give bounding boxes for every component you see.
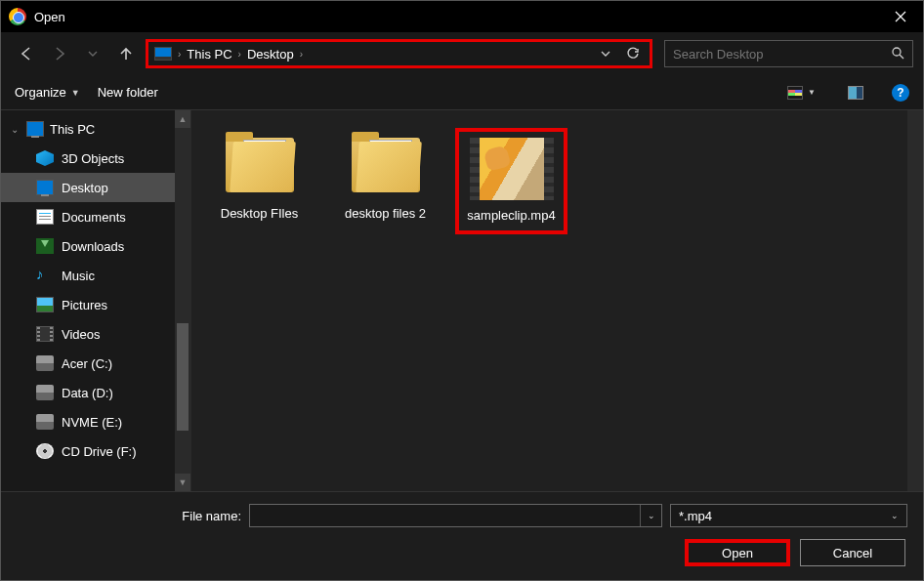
sidebar-item-this-pc[interactable]: ⌄ This PC bbox=[1, 114, 175, 144]
organize-menu[interactable]: Organize ▼ bbox=[15, 85, 80, 100]
address-dropdown[interactable] bbox=[595, 42, 616, 65]
chevron-right-icon: › bbox=[178, 49, 181, 60]
filename-label: File name: bbox=[17, 509, 241, 523]
sidebar-item-music[interactable]: ♪Music bbox=[1, 261, 175, 290]
cd-icon bbox=[36, 443, 54, 459]
help-button[interactable]: ? bbox=[892, 84, 909, 102]
file-sampleclip-mp4[interactable]: sampleclip.mp4 bbox=[455, 128, 567, 234]
file-type-filter[interactable]: *.mp4 ⌄ bbox=[670, 504, 907, 527]
cancel-button[interactable]: Cancel bbox=[800, 539, 905, 566]
sidebar-item-acer-c[interactable]: Acer (C:) bbox=[1, 349, 175, 378]
sidebar-item-desktop[interactable]: Desktop bbox=[1, 173, 175, 202]
preview-pane-button[interactable] bbox=[845, 82, 866, 104]
drive-icon bbox=[36, 385, 54, 400]
file-list[interactable]: Desktop FIles desktop files 2 sampleclip… bbox=[191, 110, 923, 491]
pictures-icon bbox=[36, 297, 54, 312]
folder-icon bbox=[222, 132, 298, 198]
sidebar-item-videos[interactable]: Videos bbox=[1, 319, 175, 349]
filename-input[interactable] bbox=[250, 505, 640, 526]
close-button[interactable] bbox=[878, 1, 923, 32]
sidebar-item-documents[interactable]: Documents bbox=[1, 202, 175, 231]
music-icon: ♪ bbox=[36, 268, 54, 283]
video-file-icon bbox=[470, 138, 554, 200]
address-bar[interactable]: › This PC › Desktop › bbox=[146, 39, 652, 68]
view-options-button[interactable] bbox=[784, 82, 806, 104]
chevron-down-icon: ⌄ bbox=[891, 511, 899, 520]
pc-icon bbox=[26, 121, 44, 137]
chevron-right-icon: › bbox=[300, 49, 303, 60]
drive-icon bbox=[36, 355, 54, 371]
breadcrumb-root[interactable]: This PC bbox=[187, 47, 231, 62]
download-icon bbox=[36, 238, 54, 254]
filename-dropdown[interactable]: ⌄ bbox=[640, 505, 661, 526]
collapse-icon[interactable]: ⌄ bbox=[11, 124, 21, 135]
up-button[interactable] bbox=[112, 40, 140, 67]
back-button[interactable] bbox=[13, 40, 40, 67]
filename-field[interactable]: ⌄ bbox=[249, 504, 662, 527]
sidebar-item-cd-drive-f[interactable]: CD Drive (F:) bbox=[1, 436, 175, 466]
sidebar-item-nvme-e[interactable]: NVME (E:) bbox=[1, 407, 175, 436]
search-input[interactable] bbox=[673, 47, 891, 62]
chevron-right-icon: › bbox=[238, 49, 241, 60]
desktop-icon bbox=[36, 180, 54, 195]
cube-icon bbox=[36, 150, 54, 166]
svg-point-0 bbox=[893, 48, 901, 56]
new-folder-button[interactable]: New folder bbox=[98, 85, 158, 100]
this-pc-icon bbox=[154, 47, 172, 61]
view-dropdown[interactable]: ▼ bbox=[808, 88, 816, 97]
forward-button[interactable] bbox=[46, 40, 73, 67]
recent-dropdown[interactable] bbox=[79, 40, 106, 67]
content-scrollbar[interactable] bbox=[907, 110, 923, 491]
sidebar-item-downloads[interactable]: Downloads bbox=[1, 231, 175, 261]
breadcrumb-folder[interactable]: Desktop bbox=[247, 47, 294, 62]
folder-desktop-files-2[interactable]: desktop files 2 bbox=[329, 128, 441, 227]
search-icon bbox=[891, 46, 904, 62]
folder-icon bbox=[348, 132, 424, 198]
scroll-down-icon[interactable]: ▼ bbox=[175, 474, 190, 491]
sidebar-item-3d-objects[interactable]: 3D Objects bbox=[1, 144, 175, 173]
sidebar-item-pictures[interactable]: Pictures bbox=[1, 290, 175, 319]
open-button[interactable]: Open bbox=[685, 539, 790, 566]
navigation-tree: ⌄ This PC 3D Objects Desktop Documents D… bbox=[1, 110, 175, 491]
refresh-button[interactable] bbox=[622, 42, 644, 65]
window-title: Open bbox=[34, 10, 878, 24]
document-icon bbox=[36, 209, 54, 225]
titlebar: Open bbox=[1, 1, 923, 32]
chevron-down-icon: ▼ bbox=[71, 88, 80, 98]
folder-desktop-files[interactable]: Desktop FIles bbox=[203, 128, 315, 227]
search-box[interactable] bbox=[664, 40, 913, 67]
scroll-up-icon[interactable]: ▲ bbox=[175, 110, 190, 128]
videos-icon bbox=[36, 326, 54, 342]
chrome-icon bbox=[9, 8, 26, 25]
sidebar-item-data-d[interactable]: Data (D:) bbox=[1, 378, 175, 407]
scrollbar-thumb[interactable] bbox=[177, 323, 189, 431]
drive-icon bbox=[36, 414, 54, 430]
sidebar-scrollbar[interactable]: ▲ ▼ bbox=[175, 110, 190, 491]
